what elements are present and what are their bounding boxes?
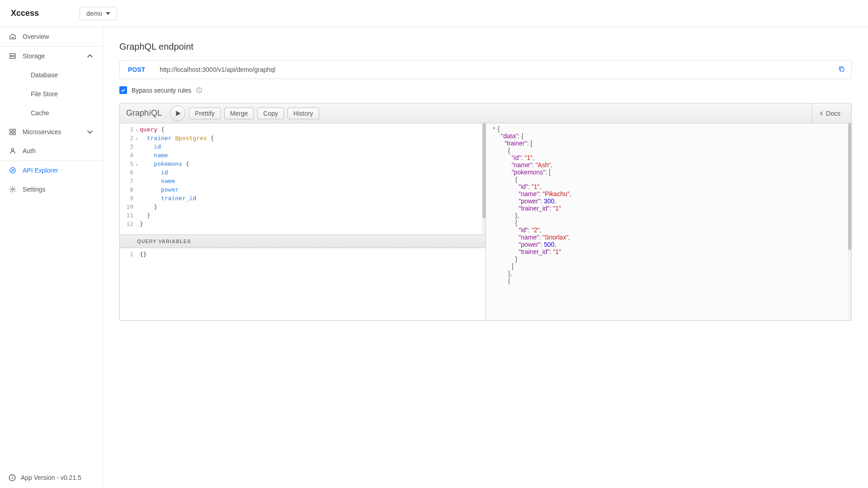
endpoint-url: http://localhost:3000/v1/api/demo/graphq… (153, 66, 832, 73)
chevron-up-icon (86, 52, 94, 60)
sidebar-item-label: Cache (31, 109, 49, 117)
endpoint-bar: POST http://localhost:3000/v1/api/demo/g… (119, 60, 852, 79)
query-code[interactable]: query { trainer @postgres { id name poke… (136, 123, 486, 235)
sidebar-item-label: API Explorer (23, 167, 58, 174)
sidebar-item-database[interactable]: Database (0, 66, 103, 84)
home-icon (9, 33, 16, 40)
sidebar: Overview Storage Database File Store Cac… (0, 27, 103, 488)
sidebar-item-api-explorer[interactable]: API Explorer (0, 161, 103, 180)
user-icon (9, 147, 16, 155)
app-logo: Xccess (11, 9, 39, 18)
header: Xccess demo (0, 0, 868, 27)
sidebar-item-cache[interactable]: Cache (0, 103, 103, 122)
sidebar-item-label: Microservices (23, 128, 61, 136)
sidebar-item-label: Auth (23, 147, 36, 155)
graphiql-toolbar: GraphiQL Prettify Merge Copy History Doc… (120, 103, 851, 123)
sidebar-item-microservices[interactable]: Microservices (0, 122, 103, 141)
page-title: GraphQL endpoint (119, 42, 852, 52)
grid-icon (9, 128, 16, 136)
result-pane: { "data": { "trainer": [ { "id": "1", "n… (486, 123, 852, 320)
svg-point-7 (10, 168, 15, 173)
svg-rect-0 (10, 54, 15, 56)
sidebar-item-label: Overview (23, 33, 49, 40)
svg-rect-5 (13, 132, 15, 135)
storage-icon (9, 52, 16, 60)
svg-point-6 (11, 149, 14, 151)
version-text: App Version - v0.21.5 (21, 474, 81, 481)
merge-button[interactable]: Merge (224, 108, 254, 119)
sidebar-item-file-store[interactable]: File Store (0, 84, 103, 103)
chevron-down-icon (86, 128, 94, 136)
copy-button[interactable]: Copy (257, 108, 284, 119)
svg-rect-12 (840, 68, 844, 71)
execute-button[interactable] (170, 106, 185, 121)
graphiql-panel: GraphiQL Prettify Merge Copy History Doc… (119, 103, 852, 321)
result-gutter (486, 123, 494, 320)
sidebar-item-label: Database (31, 71, 58, 79)
main-content: GraphQL endpoint POST http://localhost:3… (103, 27, 868, 488)
copy-icon (838, 66, 845, 72)
chevron-left-icon (819, 111, 824, 116)
docs-button[interactable]: Docs (812, 103, 847, 123)
sidebar-item-settings[interactable]: Settings (0, 180, 103, 199)
project-selector[interactable]: demo (80, 7, 117, 20)
variables-editor[interactable]: 1 {} (120, 248, 486, 320)
compass-icon (9, 167, 16, 174)
info-icon (8, 474, 16, 482)
docs-label: Docs (826, 110, 840, 117)
gear-icon (9, 186, 16, 193)
info-icon (196, 87, 203, 94)
app-version: App Version - v0.21.5 (0, 467, 103, 488)
result-code: { "data": { "trainer": [ { "id": "1", "n… (494, 123, 852, 320)
play-icon (175, 110, 181, 117)
copy-endpoint-button[interactable] (832, 66, 851, 74)
svg-rect-3 (13, 129, 15, 131)
svg-rect-4 (10, 132, 12, 135)
bypass-security-label: Bypass security rules (132, 87, 191, 94)
query-editor[interactable]: 123456789101112 query { trainer @postgre… (120, 123, 486, 235)
query-gutter: 123456789101112 (120, 123, 136, 235)
svg-point-8 (12, 188, 14, 190)
bypass-security-checkbox[interactable] (119, 86, 127, 94)
project-selected-label: demo (86, 10, 102, 17)
bypass-security-row: Bypass security rules (119, 86, 852, 94)
svg-rect-2 (10, 129, 12, 131)
svg-point-15 (199, 89, 199, 89)
sidebar-item-storage[interactable]: Storage (0, 47, 103, 66)
variables-gutter: 1 (120, 248, 136, 320)
sidebar-item-label: Settings (23, 186, 46, 193)
query-pane: 123456789101112 query { trainer @postgre… (120, 123, 486, 320)
sidebar-item-auth[interactable]: Auth (0, 141, 103, 160)
sidebar-item-overview[interactable]: Overview (0, 27, 103, 46)
graphiql-logo: GraphiQL (124, 108, 162, 118)
history-button[interactable]: History (288, 108, 319, 119)
sidebar-item-label: Storage (23, 52, 45, 60)
svg-rect-1 (10, 56, 15, 58)
caret-down-icon (106, 11, 110, 16)
prettify-button[interactable]: Prettify (189, 108, 221, 119)
variables-code[interactable]: {} (136, 248, 486, 320)
svg-point-11 (12, 476, 13, 477)
http-method-badge: POST (120, 66, 153, 73)
sidebar-item-label: File Store (31, 90, 58, 98)
check-icon (121, 88, 126, 93)
query-variables-bar[interactable]: QUERY VARIABLES (120, 235, 486, 248)
